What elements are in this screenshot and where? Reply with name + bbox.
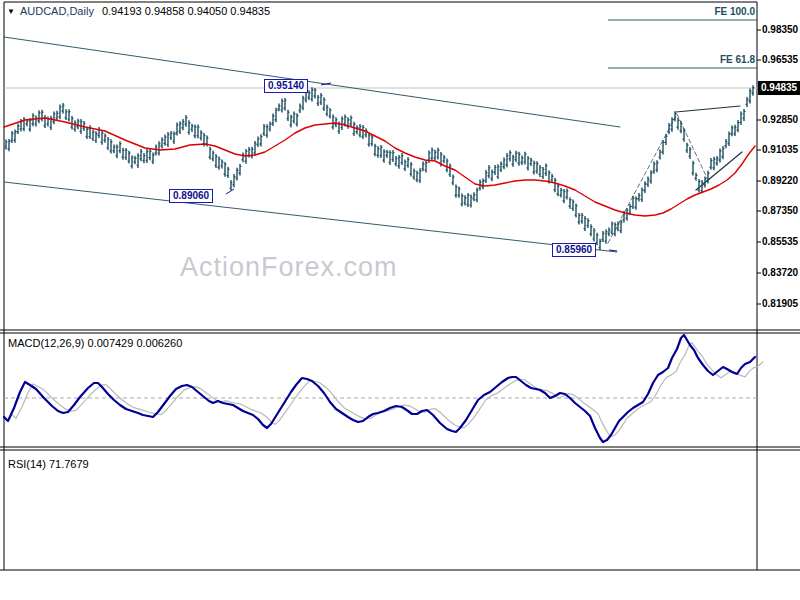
dropdown-triangle-icon[interactable]: ▼ [7,7,15,16]
chart-window: ▼AUDCAD,Daily0.94193 0.94858 0.94050 0.9… [0,0,800,600]
current-price-tag: 0.94835 [758,81,800,95]
price-level-label: 0.85960 [552,243,596,257]
chart-header: ▼AUDCAD,Daily0.94193 0.94858 0.94050 0.9… [7,5,270,17]
price-level-label: 0.89060 [169,189,213,203]
price-axis-label: 0.89220 [762,176,798,186]
price-level-label: 0.95140 [264,79,308,93]
price-axis-label: 0.96535 [762,55,798,65]
price-axis-label: 0.91035 [762,145,798,155]
price-axis-label: 0.98350 [762,25,798,35]
rsi-indicator-label: RSI(14) 71.7679 [8,458,89,470]
chart-canvas[interactable] [0,0,800,600]
ohlc-values: 0.94193 0.94858 0.94050 0.94835 [102,5,270,17]
price-axis-label: 0.87350 [762,206,798,216]
macd-indicator-label: MACD(12,26,9) 0.007429 0.006260 [8,337,182,349]
price-axis-label: 0.83720 [762,268,798,278]
watermark: ActionForex.com [180,252,398,283]
price-axis-label: 0.85535 [762,237,798,247]
symbol-timeframe-label: AUDCAD,Daily [20,5,94,17]
price-axis-label: 0.81905 [762,299,798,309]
fib-extension-label: FE 100.0 [714,7,755,17]
price-axis-label: 0.92850 [762,115,798,125]
fib-extension-label: FE 61.8 [720,55,755,65]
